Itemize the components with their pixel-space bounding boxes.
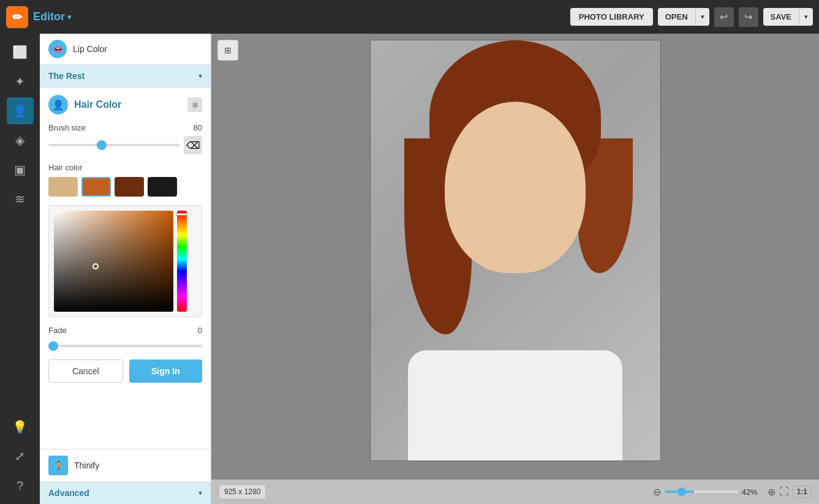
- color-swatches: [48, 177, 202, 197]
- thinify-icon: 🧍: [48, 456, 68, 475]
- fade-slider-container: [48, 339, 202, 350]
- hair-color-swatch-label: Hair color: [48, 163, 202, 172]
- undo-icon: ↩: [720, 11, 728, 23]
- editor-title-button[interactable]: Editor ▾: [33, 10, 71, 23]
- hair-color-section: 👤 Hair Color ⊞ Brush size 80 ⌫ Hair colo…: [40, 88, 211, 449]
- fade-label: Fade: [48, 326, 67, 335]
- advanced-chevron-icon: ▾: [198, 489, 202, 497]
- icon-bar: ⬜ ✦ 👤 ◈ ▣ ≋ 💡 ⤢ ?: [0, 34, 40, 504]
- cancel-button[interactable]: Cancel: [48, 359, 123, 383]
- face-area: [445, 102, 586, 273]
- brush-size-label: Brush size: [48, 123, 86, 132]
- lightbulb-icon: 💡: [12, 419, 28, 434]
- zoom-percent-label: 42%: [742, 487, 764, 497]
- zoom-in-icon: ⊕: [768, 487, 776, 497]
- thinify-item[interactable]: 🧍 Thinify: [40, 449, 211, 482]
- color-cursor: [92, 263, 99, 269]
- body-area: [408, 350, 622, 461]
- portrait-image: [371, 40, 660, 461]
- the-rest-section-header[interactable]: The Rest ▾: [40, 65, 211, 88]
- swatch-blonde[interactable]: [48, 177, 78, 197]
- sidebar-item-expand[interactable]: ⤢: [7, 443, 34, 470]
- panels-icon: ⊞: [224, 45, 232, 55]
- sidebar-item-help[interactable]: ?: [7, 472, 34, 499]
- color-hue-strip[interactable]: [177, 211, 187, 312]
- hair-color-title: Hair Color: [74, 99, 187, 110]
- fit-to-screen-button[interactable]: ⛶: [779, 486, 789, 497]
- hair-color-icon: 👤: [48, 95, 68, 115]
- editor-dropdown-chevron-icon: ▾: [67, 13, 71, 21]
- eraser-button[interactable]: ⌫: [184, 136, 202, 154]
- lip-color-icon: 👄: [48, 40, 67, 58]
- save-button-group: SAVE ▾: [763, 8, 813, 26]
- redo-icon: ↪: [744, 11, 752, 23]
- sidebar-item-crop[interactable]: ⬜: [7, 39, 34, 66]
- image-size-label: 925 x 1280: [219, 484, 266, 499]
- thinify-label: Thinify: [74, 461, 99, 470]
- sidebar-item-layers[interactable]: ◈: [7, 127, 34, 154]
- brush-size-value: 80: [194, 123, 202, 132]
- texture-icon: ≋: [15, 192, 25, 206]
- save-dropdown-button[interactable]: ▾: [799, 9, 813, 25]
- help-icon: ?: [17, 479, 23, 493]
- hair-color-header: 👤 Hair Color ⊞: [48, 95, 202, 115]
- the-rest-chevron-icon: ▾: [198, 72, 202, 80]
- expand-icon: ⤢: [15, 449, 25, 464]
- app-logo-symbol: ✏: [12, 10, 23, 24]
- swatch-auburn[interactable]: [81, 177, 111, 197]
- save-button[interactable]: SAVE: [763, 8, 799, 26]
- open-button-group: OPEN ▾: [658, 8, 709, 26]
- advanced-label: Advanced: [48, 488, 89, 498]
- canvas-bottom-bar: 925 x 1280 ⊖ 42% ⊕ ⛶ 1:1: [211, 480, 819, 504]
- swatch-black[interactable]: [148, 177, 177, 197]
- undo-button[interactable]: ↩: [714, 7, 734, 27]
- fade-row: Fade 0: [48, 326, 202, 335]
- action-buttons: Cancel Sign In: [48, 359, 202, 383]
- editor-title-text: Editor: [33, 10, 65, 23]
- main-content: ⬜ ✦ 👤 ◈ ▣ ≋ 💡 ⤢ ? 👄 Lip Co: [0, 34, 819, 504]
- sidebar-item-texture[interactable]: ≋: [7, 186, 34, 213]
- panels-toggle-button[interactable]: ⊞: [217, 40, 238, 61]
- sidebar-item-hair[interactable]: 👤: [7, 97, 34, 124]
- magic-wand-icon: ✦: [15, 74, 25, 89]
- fit-icon: ⛶: [779, 486, 789, 497]
- ratio-button[interactable]: 1:1: [793, 486, 812, 498]
- zoom-out-button[interactable]: ⊖: [653, 486, 661, 498]
- canvas-area: ⊞ 925 x 1280 ⊖ 42%: [211, 34, 819, 504]
- canvas-toolbar: ⊞: [217, 40, 238, 61]
- brush-size-row: Brush size 80: [48, 123, 202, 132]
- left-panel: 👄 Lip Color The Rest ▾ 👤 Hair Color ⊞ Br…: [40, 34, 211, 504]
- brush-size-slider[interactable]: [48, 144, 180, 146]
- fade-slider[interactable]: [48, 345, 202, 347]
- swatch-brown[interactable]: [115, 177, 144, 197]
- eraser-icon: ⌫: [186, 140, 200, 151]
- open-dropdown-button[interactable]: ▾: [695, 9, 709, 25]
- color-picker: [48, 205, 202, 317]
- signin-button[interactable]: Sign In: [129, 359, 203, 383]
- sidebar-item-light[interactable]: 💡: [7, 413, 34, 440]
- topbar: ✏ Editor ▾ PHOTO LIBRARY OPEN ▾ ↩ ↪ SAVE…: [0, 0, 819, 34]
- brush-controls: ⌫: [48, 136, 202, 154]
- hue-indicator: [176, 213, 188, 216]
- the-rest-label: The Rest: [48, 71, 85, 81]
- sidebar-item-magic[interactable]: ✦: [7, 68, 34, 95]
- color-gradient-canvas[interactable]: [54, 211, 173, 312]
- advanced-section-header[interactable]: Advanced ▾: [40, 482, 211, 504]
- zoom-controls: ⊖ 42% ⊕ ⛶ 1:1: [653, 486, 812, 498]
- sidebar-item-frame[interactable]: ▣: [7, 156, 34, 183]
- lip-color-item[interactable]: 👄 Lip Color: [40, 34, 211, 65]
- lip-color-label: Lip Color: [73, 44, 107, 54]
- zoom-slider[interactable]: [665, 491, 738, 493]
- zoom-in-button[interactable]: ⊕: [768, 486, 776, 498]
- expand-window-icon[interactable]: ⊞: [187, 97, 202, 112]
- open-button[interactable]: OPEN: [658, 8, 695, 26]
- frame-icon: ▣: [14, 162, 26, 177]
- redo-button[interactable]: ↪: [739, 7, 758, 27]
- image-canvas[interactable]: [370, 40, 661, 461]
- photo-library-button[interactable]: PHOTO LIBRARY: [570, 8, 653, 26]
- crop-icon: ⬜: [12, 45, 28, 59]
- hair-icon: 👤: [12, 103, 28, 118]
- app-logo-icon: ✏: [6, 6, 28, 28]
- fade-value: 0: [198, 326, 202, 335]
- layers-icon: ◈: [15, 133, 25, 148]
